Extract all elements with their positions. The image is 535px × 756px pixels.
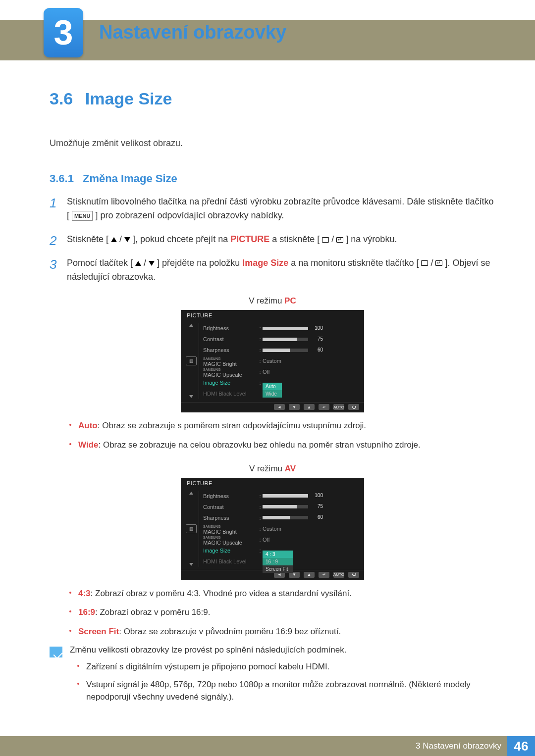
nav-power-icon: ⏻ bbox=[348, 572, 359, 578]
mode-label-av: V režimu AV bbox=[50, 464, 495, 474]
nav-auto-label: AUTO bbox=[333, 404, 344, 410]
osd-menu-av: PICTURE ▥ Brightness:100 Contrast:75 Sha… bbox=[181, 478, 364, 580]
dropdown-option-auto: Auto bbox=[263, 383, 282, 390]
step-2: 2 Stiskněte [ / ], pokud chcete přejít n… bbox=[50, 233, 495, 247]
step-text: ] na výrobku. bbox=[346, 234, 397, 244]
bullets-av: 4:3: Zobrazí obraz v poměru 4:3. Vhodné … bbox=[69, 588, 495, 638]
chapter-number-badge: 3 bbox=[44, 8, 83, 57]
nav-auto-label: AUTO bbox=[333, 572, 344, 578]
osd-row-brightness: Brightness:100 bbox=[199, 323, 359, 334]
osd-row-image-size: Image Size: Auto Wide bbox=[199, 377, 359, 388]
osd-row-brightness: Brightness:100 bbox=[199, 491, 359, 502]
note-lead: Změnu velikosti obrazovky lze provést po… bbox=[70, 645, 495, 655]
mode-prefix: V režimu bbox=[249, 296, 284, 305]
osd-title: PICTURE bbox=[181, 310, 364, 320]
note-item: Vstupní signál je 480p, 576p, 720p nebo … bbox=[77, 679, 495, 703]
picture-term: PICTURE bbox=[230, 234, 269, 244]
osd-row-magic-upscale: SAMSUNGMAGIC Upscale:Off bbox=[199, 534, 359, 545]
page-footer: 3 Nastavení obrazovky 46 bbox=[0, 736, 535, 756]
osd-category-icon: ▥ bbox=[184, 323, 199, 399]
dropdown-option-screen-fit: Screen Fit bbox=[263, 565, 293, 573]
arrow-up-icon bbox=[135, 261, 141, 266]
enter-icon bbox=[336, 237, 343, 243]
step-text: ], pokud chcete přejít na bbox=[133, 234, 230, 244]
osd-row-sharpness: Sharpness:60 bbox=[199, 512, 359, 523]
image-size-term: Image Size bbox=[242, 258, 288, 268]
osd-nav-bar: ◄ ▼ ▲ ↵ AUTO ⏻ bbox=[181, 402, 364, 412]
note-list: Zařízení s digitálním výstupem je připoj… bbox=[77, 661, 495, 704]
nav-power-icon: ⏻ bbox=[348, 404, 359, 410]
step-text: Stiskněte [ bbox=[67, 234, 108, 244]
step-text: a stiskněte [ bbox=[272, 234, 320, 244]
dropdown-option-4-3: 4 : 3 bbox=[263, 551, 293, 558]
step-text: ] přejděte na položku bbox=[157, 258, 242, 268]
subsection-title: Změna Image Size bbox=[83, 172, 177, 185]
section-number: 3.6 bbox=[50, 89, 73, 108]
step-number: 3 bbox=[50, 254, 56, 274]
note-icon bbox=[50, 647, 62, 657]
steps-list: 1 Stisknutím libovolného tlačítka na pře… bbox=[50, 195, 495, 284]
step-text: ] pro zobrazení odpovídající obrazovky n… bbox=[95, 210, 284, 220]
osd-dropdown-pc: Auto Wide bbox=[263, 383, 282, 398]
menu-button-label: MENU bbox=[72, 211, 93, 221]
section-intro: Umožňuje změnit velikost obrazu. bbox=[50, 138, 495, 149]
source-icon bbox=[421, 260, 428, 266]
osd-row-contrast: Contrast:75 bbox=[199, 502, 359, 512]
osd-row-magic-bright: SAMSUNGMAGIC Bright:Custom bbox=[199, 523, 359, 534]
step-text: a na monitoru stiskněte tlačítko [ bbox=[291, 258, 419, 268]
osd-dropdown-av: 4 : 3 16 : 9 Screen Fit bbox=[263, 551, 293, 573]
mode-label-pc: V režimu PC bbox=[50, 296, 495, 306]
nav-down-icon: ▼ bbox=[289, 404, 300, 410]
enter-icon bbox=[435, 260, 442, 266]
osd-row-magic-upscale: SAMSUNGMAGIC Upscale:Off bbox=[199, 366, 359, 377]
note-item: Zařízení s digitálním výstupem je připoj… bbox=[77, 661, 495, 673]
note-block: Změnu velikosti obrazovky lze provést po… bbox=[50, 645, 495, 709]
dropdown-option-wide: Wide bbox=[263, 390, 282, 398]
arrow-down-icon bbox=[149, 261, 155, 266]
step-number: 1 bbox=[50, 193, 56, 213]
mode-prefix: V režimu bbox=[249, 464, 285, 473]
nav-up-icon: ▲ bbox=[304, 404, 315, 410]
nav-enter-icon: ↵ bbox=[319, 572, 329, 578]
footer-text: 3 Nastavení obrazovky bbox=[416, 741, 501, 751]
osd-row-contrast: Contrast:75 bbox=[199, 334, 359, 345]
osd-category-icon: ▥ bbox=[184, 491, 199, 567]
nav-up-icon: ▲ bbox=[304, 572, 315, 578]
source-icon bbox=[322, 237, 329, 243]
arrow-down-icon bbox=[124, 237, 130, 242]
subsection-heading: 3.6.1 Změna Image Size bbox=[50, 172, 495, 185]
osd-menu-pc: PICTURE ▥ Brightness:100 Contrast:75 Sha… bbox=[181, 310, 364, 412]
arrow-up-icon bbox=[111, 237, 117, 242]
nav-left-icon: ◄ bbox=[274, 404, 285, 410]
step-number: 2 bbox=[50, 231, 56, 251]
section-heading: 3.6 Image Size bbox=[50, 89, 495, 108]
page-number: 46 bbox=[507, 736, 535, 756]
osd-row-image-size: Image Size: 4 : 3 16 : 9 Screen Fit bbox=[199, 545, 359, 556]
step-text: Pomocí tlačítek [ bbox=[67, 258, 133, 268]
bullet-4-3: 4:3: Zobrazí obraz v poměru 4:3. Vhodné … bbox=[69, 588, 495, 600]
osd-row-sharpness: Sharpness:60 bbox=[199, 345, 359, 355]
bullets-pc: Auto: Obraz se zobrazuje s poměrem stran… bbox=[69, 420, 495, 451]
mode-suffix: PC bbox=[284, 296, 296, 305]
section-title: Image Size bbox=[85, 89, 172, 108]
step-3: 3 Pomocí tlačítek [ / ] přejděte na polo… bbox=[50, 256, 495, 284]
bullet-auto: Auto: Obraz se zobrazuje s poměrem stran… bbox=[69, 420, 495, 432]
bullet-wide: Wide: Obraz se zobrazuje na celou obrazo… bbox=[69, 439, 495, 452]
osd-title: PICTURE bbox=[181, 478, 364, 488]
bullet-screen-fit: Screen Fit: Obraz se zobrazuje v původní… bbox=[69, 626, 495, 638]
subsection-number: 3.6.1 bbox=[50, 172, 74, 185]
osd-row-magic-bright: SAMSUNGMAGIC Bright:Custom bbox=[199, 355, 359, 366]
chapter-title: Nastavení obrazovky bbox=[99, 22, 286, 43]
dropdown-option-16-9: 16 : 9 bbox=[263, 558, 293, 565]
chapter-number: 3 bbox=[54, 15, 73, 50]
step-1: 1 Stisknutím libovolného tlačítka na pře… bbox=[50, 195, 495, 223]
nav-enter-icon: ↵ bbox=[319, 404, 329, 410]
bullet-16-9: 16:9: Zobrazí obraz v poměru 16:9. bbox=[69, 606, 495, 619]
mode-suffix: AV bbox=[285, 464, 296, 473]
